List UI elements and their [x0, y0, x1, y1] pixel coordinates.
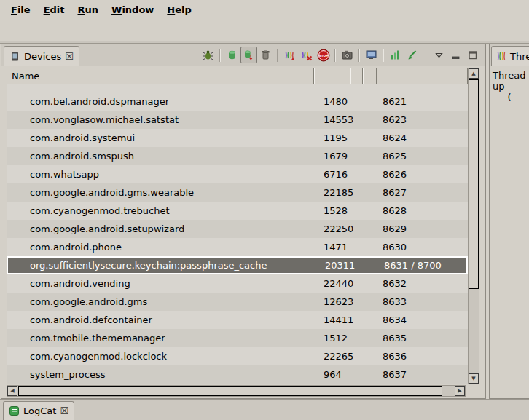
maximize-icon[interactable]	[464, 47, 481, 63]
process-name: com.cyanogenmod.lockclock	[7, 351, 314, 362]
process-port: 8633	[377, 296, 468, 307]
tab-threads[interactable]: Threads	[491, 46, 529, 66]
process-table: Name com.bel.android.dspmanager 1480 862…	[7, 68, 479, 397]
menu-item[interactable]: Window	[105, 2, 160, 17]
table-row[interactable]: com.bel.android.dspmanager 1480 8621	[7, 92, 468, 111]
toolbar-separator	[383, 49, 384, 62]
process-port: 8635	[377, 333, 468, 344]
scroll-up-icon[interactable]: ▲	[469, 68, 479, 79]
scroll-right-icon[interactable]: ▶	[455, 386, 465, 396]
close-icon[interactable]: ☒	[65, 52, 74, 61]
process-pid: 22250	[314, 223, 350, 234]
tab-logcat[interactable]: LogCat ☒	[3, 401, 74, 420]
threads-message-line1: Thread up	[493, 70, 526, 92]
threads-view: Threads Thread up (	[489, 44, 529, 399]
scroll-left-icon[interactable]: ◀	[7, 386, 17, 396]
vertical-scrollbar[interactable]: ▲ ▼	[468, 68, 479, 384]
process-pid: 1528	[314, 205, 350, 216]
column-header-status1[interactable]	[350, 68, 363, 84]
table-row[interactable]: com.android.defcontainer 14411 8634	[7, 311, 468, 329]
table-row[interactable]: com.android.smspush 1679 8625	[7, 147, 468, 165]
stop-method-profiling-icon[interactable]	[298, 47, 315, 63]
update-threads-icon[interactable]	[281, 47, 298, 63]
devices-toolbar: STOP	[200, 47, 481, 63]
menu-bar: FileEditRunWindowHelp	[0, 0, 529, 19]
menu-item[interactable]: Run	[71, 2, 106, 17]
menu-item[interactable]: Edit	[37, 2, 71, 17]
table-body: com.bel.android.dspmanager 1480 8621 com…	[7, 84, 468, 384]
column-header-port[interactable]	[377, 68, 468, 84]
table-row[interactable]: com.android.phone 1471 8630	[7, 238, 468, 256]
menu-item[interactable]: File	[4, 2, 37, 17]
process-name: com.vonglasow.michael.satstat	[7, 114, 314, 125]
process-pid: 14411	[314, 314, 350, 325]
screen-record-icon[interactable]	[363, 47, 380, 63]
table-row[interactable]: system_process 964 8637	[7, 365, 468, 384]
vertical-scroll-thumb[interactable]	[469, 79, 479, 289]
process-port: 8627	[377, 187, 468, 198]
method-profiling-icon[interactable]	[404, 47, 420, 63]
scroll-down-icon[interactable]: ▼	[469, 373, 479, 384]
column-header-name[interactable]: Name	[7, 68, 314, 84]
process-name: com.whatsapp	[7, 169, 314, 180]
process-name: com.android.phone	[7, 242, 314, 253]
table-row[interactable]: com.android.vending 22440 8632	[7, 274, 468, 293]
dump-hprof-icon[interactable]	[240, 47, 257, 63]
debug-process-icon[interactable]	[200, 47, 216, 63]
threads-message: Thread up (	[490, 66, 529, 106]
process-name: com.android.smspush	[7, 151, 314, 162]
process-name: org.sufficientlysecure.keychain:passphra…	[8, 260, 316, 271]
horizontal-scroll-thumb[interactable]	[18, 386, 442, 396]
process-port: 8621	[377, 96, 468, 107]
devices-view: Devices ☒ STOP	[1, 44, 486, 399]
tab-devices[interactable]: Devices ☒	[4, 46, 79, 66]
system-info-icon[interactable]	[387, 47, 404, 63]
process-port: 8634	[377, 314, 468, 325]
table-header: Name	[7, 68, 468, 84]
table-row[interactable]: com.android.systemui 1195 8624	[7, 129, 468, 147]
process-port: 8632	[377, 278, 468, 289]
close-icon[interactable]: ☒	[60, 406, 68, 416]
process-name: com.cyanogenmod.trebuchet	[7, 205, 314, 216]
table-row[interactable]: com.whatsapp 6716 8626	[7, 165, 468, 183]
table-row[interactable]: com.google.android.setupwizard 22250 862…	[7, 220, 468, 238]
horizontal-scrollbar[interactable]: ◀ ▶	[7, 385, 466, 397]
table-row[interactable]: com.tmobile.thememanager 1512 8635	[7, 329, 468, 347]
stop-process-icon[interactable]: STOP	[315, 47, 332, 63]
table-row[interactable]: com.google.android.gms.wearable 22185 86…	[7, 183, 468, 202]
column-header-pid[interactable]	[314, 68, 350, 84]
process-port: 8637	[377, 369, 468, 380]
process-pid: 22440	[314, 278, 350, 289]
svg-text:STOP: STOP	[318, 53, 328, 57]
menu-item[interactable]: Help	[160, 2, 197, 17]
process-port: 8626	[377, 169, 468, 180]
minimize-icon[interactable]	[447, 47, 464, 63]
table-row[interactable]: com.cyanogenmod.lockclock 22265 8636	[7, 347, 468, 365]
cause-gc-icon[interactable]	[257, 47, 274, 63]
process-port: 8625	[377, 151, 468, 162]
process-pid: 1195	[314, 132, 350, 143]
view-menu-icon[interactable]	[431, 47, 447, 63]
process-pid: 1679	[314, 151, 350, 162]
threads-icon	[496, 51, 506, 61]
process-pid: 22265	[314, 351, 350, 362]
column-header-status2[interactable]	[363, 68, 377, 84]
screen-capture-icon[interactable]	[339, 47, 356, 63]
table-row[interactable]: com.google.android.gms 12623 8633	[7, 293, 468, 311]
process-pid: 1480	[314, 96, 350, 107]
process-name: com.tmobile.thememanager	[7, 333, 314, 344]
table-row[interactable]: com.cyanogenmod.trebuchet 1528 8628	[7, 202, 468, 220]
view-window-controls	[431, 47, 481, 63]
toolbar-separator	[219, 49, 221, 62]
toolbar-separator	[334, 49, 336, 62]
table-row[interactable]: org.sufficientlysecure.keychain:passphra…	[7, 256, 468, 274]
table-row[interactable]: com.vonglasow.michael.satstat 14553 8623	[7, 111, 468, 129]
process-name: com.android.systemui	[7, 132, 314, 143]
process-port: 8631 / 8700	[378, 260, 466, 271]
main-toolbar	[0, 19, 529, 44]
update-heap-icon[interactable]	[224, 47, 240, 63]
tab-devices-label: Devices	[24, 51, 61, 62]
process-name: system_process	[7, 369, 314, 380]
threads-message-line2: (	[493, 92, 526, 103]
process-pid: 6716	[314, 169, 350, 180]
